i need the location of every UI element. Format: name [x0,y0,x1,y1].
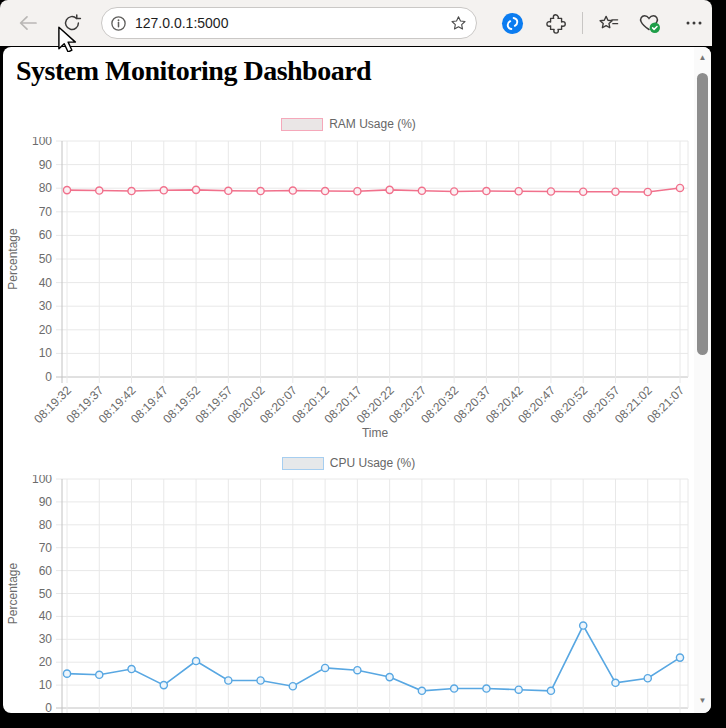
svg-text:30: 30 [39,632,53,646]
bookmark-star-icon[interactable] [449,14,468,33]
svg-text:90: 90 [39,495,53,509]
browser-essentials-button[interactable] [638,11,662,35]
svg-text:30: 30 [39,299,53,313]
ram-legend-label: RAM Usage (%) [329,117,416,131]
svg-text:0: 0 [45,370,52,384]
svg-text:20: 20 [39,323,53,337]
scrollbar[interactable]: ▲ ▼ [694,47,711,713]
address-bar[interactable]: 127.0.0.1:5000 [101,7,477,39]
ram-chart-canvas[interactable]: 010203040506070809010008:19:3208:19:3708… [3,137,711,449]
three-dots-icon [683,12,705,34]
svg-text:Percentage: Percentage [6,562,20,624]
svg-text:0: 0 [45,701,52,713]
scroll-down-arrow[interactable]: ▼ [694,696,711,705]
heart-check-icon [638,11,662,35]
svg-text:60: 60 [39,564,53,578]
page-title: System Monitoring Dashboard [16,55,371,87]
svg-text:70: 70 [39,205,53,219]
toolbar-separator [582,12,583,34]
shazam-icon [501,12,524,35]
svg-text:40: 40 [39,609,53,623]
favorites-star-icon [597,12,620,35]
svg-text:50: 50 [39,587,53,601]
extensions-button[interactable] [545,11,569,35]
svg-text:80: 80 [39,518,53,532]
more-menu-button[interactable] [682,11,706,35]
svg-text:10: 10 [39,346,53,360]
ram-legend-swatch [281,118,323,131]
svg-text:50: 50 [39,252,53,266]
favorites-button[interactable] [596,11,620,35]
svg-text:80: 80 [39,181,53,195]
scroll-up-arrow[interactable]: ▲ [694,53,711,62]
browser-toolbar: 127.0.0.1:5000 [0,0,712,46]
shazam-extension-button[interactable] [500,11,524,35]
site-info-icon[interactable] [110,15,127,32]
cpu-legend-swatch [282,457,324,470]
ram-chart-legend[interactable]: RAM Usage (%) [3,117,694,131]
mouse-cursor [56,26,80,52]
puzzle-piece-icon [546,12,568,34]
page-content: System Monitoring Dashboard RAM Usage (%… [3,47,711,713]
cpu-legend-label: CPU Usage (%) [330,456,415,470]
cpu-chart-canvas[interactable]: 0102030405060708090100Percentage [3,475,711,713]
svg-text:20: 20 [39,655,53,669]
svg-text:40: 40 [39,276,53,290]
svg-text:Time: Time [362,426,389,440]
cpu-chart-legend[interactable]: CPU Usage (%) [3,456,694,470]
back-arrow-icon [17,12,39,34]
svg-text:Percentage: Percentage [6,228,20,290]
svg-text:10: 10 [39,678,53,692]
svg-text:100: 100 [32,475,52,486]
svg-text:60: 60 [39,228,53,242]
svg-text:70: 70 [39,541,53,555]
back-button[interactable] [16,11,40,35]
svg-text:90: 90 [39,158,53,172]
scrollbar-thumb[interactable] [697,73,708,355]
url-text[interactable]: 127.0.0.1:5000 [135,15,449,31]
svg-text:100: 100 [32,137,52,148]
